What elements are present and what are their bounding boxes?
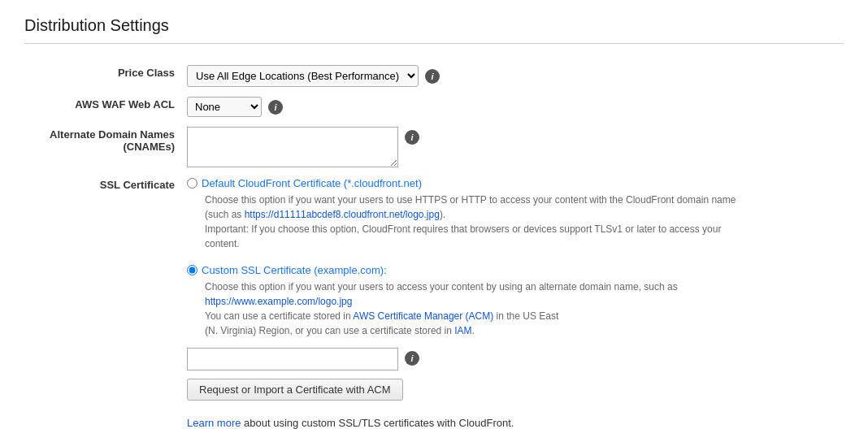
- ssl-cert-input[interactable]: [187, 348, 398, 370]
- ssl-custom-description: Choose this option if you want your user…: [205, 280, 757, 338]
- waf-select[interactable]: None WebACL1: [187, 97, 262, 117]
- cnames-label: Alternate Domain Names (CNAMEs): [24, 122, 187, 172]
- ssl-cert-info-icon[interactable]: i: [405, 351, 419, 366]
- settings-form: Price Class Use All Edge Locations (Best…: [24, 60, 844, 429]
- price-class-control: Use All Edge Locations (Best Performance…: [187, 60, 844, 92]
- ssl-default-radio[interactable]: [187, 178, 197, 188]
- page-title: Distribution Settings: [24, 16, 844, 35]
- ssl-acm-link[interactable]: AWS Certificate Manager (ACM): [353, 310, 493, 322]
- waf-row: AWS WAF Web ACL None WebACL1 i: [24, 92, 844, 122]
- price-class-select[interactable]: Use All Edge Locations (Best Performance…: [187, 65, 419, 87]
- waf-info-icon[interactable]: i: [268, 100, 283, 115]
- ssl-cert-input-row: i Request or Import a Certificate with A…: [187, 348, 844, 401]
- learn-more-cloudfront-line: Learn more about using custom SSL/TLS ce…: [187, 414, 844, 429]
- ssl-label: SSL Certificate: [24, 172, 187, 429]
- ssl-control: Default CloudFront Certificate (*.cloudf…: [187, 172, 844, 429]
- acm-import-button[interactable]: Request or Import a Certificate with ACM: [187, 379, 403, 401]
- ssl-custom-example-link[interactable]: https://www.example.com/logo.jpg: [205, 296, 352, 307]
- cnames-control: i: [187, 122, 844, 172]
- ssl-iam-link[interactable]: IAM: [454, 325, 471, 336]
- ssl-option-default: Default CloudFront Certificate (*.cloudf…: [187, 177, 844, 251]
- price-class-info-icon[interactable]: i: [425, 69, 440, 84]
- cnames-textarea[interactable]: [187, 127, 398, 167]
- cnames-row: Alternate Domain Names (CNAMEs) i: [24, 122, 844, 172]
- learn-more-section: Learn more about using custom SSL/TLS ce…: [187, 414, 844, 429]
- ssl-custom-radio[interactable]: [187, 265, 197, 275]
- waf-control: None WebACL1 i: [187, 92, 844, 122]
- ssl-default-link[interactable]: https://d11111abcdef8.cloudfront.net/log…: [245, 209, 440, 220]
- title-divider: [24, 43, 844, 44]
- ssl-custom-label[interactable]: Custom SSL Certificate (example.com):: [202, 264, 387, 276]
- learn-more-cloudfront-link[interactable]: Learn more: [187, 417, 244, 429]
- waf-label: AWS WAF Web ACL: [24, 92, 187, 122]
- ssl-default-description: Choose this option if you want your user…: [205, 193, 757, 251]
- ssl-default-label[interactable]: Default CloudFront Certificate (*.cloudf…: [202, 177, 422, 189]
- price-class-row: Price Class Use All Edge Locations (Best…: [24, 60, 844, 92]
- ssl-option-custom: Custom SSL Certificate (example.com): Ch…: [187, 264, 844, 401]
- cnames-info-icon[interactable]: i: [405, 130, 419, 145]
- ssl-row: SSL Certificate Default CloudFront Certi…: [24, 172, 844, 429]
- price-class-label: Price Class: [24, 60, 187, 92]
